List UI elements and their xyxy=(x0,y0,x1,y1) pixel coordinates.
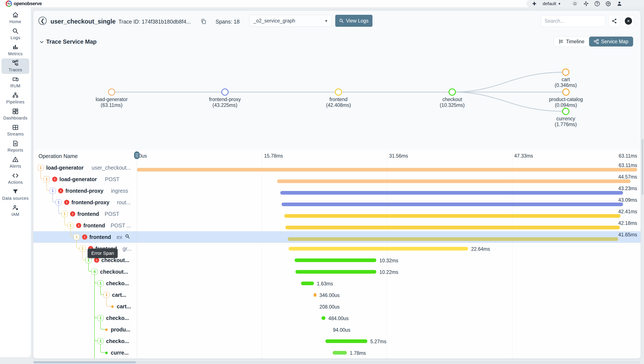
child-count-badge[interactable]: 1 xyxy=(98,315,104,321)
span-row-5[interactable]: 1!frontendPOST42.41ms xyxy=(33,208,640,220)
sparkle-icon[interactable] xyxy=(532,1,537,7)
duration-bar[interactable] xyxy=(322,316,326,320)
view-logs-button[interactable]: View Logs xyxy=(335,15,372,27)
trace-service-map-section-toggle[interactable]: Trace Service Map xyxy=(39,39,97,45)
duration-bar[interactable] xyxy=(286,226,620,229)
sidebar-item-alerts[interactable]: Alerts xyxy=(2,155,29,170)
search-input[interactable] xyxy=(544,18,602,24)
stream-selector[interactable]: _o2_service_graph ▼ xyxy=(249,15,332,27)
service-node-frontend-proxy[interactable] xyxy=(222,89,228,95)
service-node-load-generator[interactable] xyxy=(108,89,115,95)
child-count-badge[interactable]: 1 xyxy=(50,188,56,194)
profile-icon[interactable] xyxy=(617,1,622,7)
copy-icon[interactable] xyxy=(200,19,207,25)
child-count-badge[interactable]: 1 xyxy=(98,338,104,344)
duration-label: 42.41ms xyxy=(618,209,637,215)
duration-bar[interactable] xyxy=(295,258,376,262)
child-count-badge[interactable]: 1 xyxy=(38,165,44,171)
back-button[interactable]: ❮ xyxy=(38,17,46,25)
duration-bar[interactable] xyxy=(280,191,623,195)
sidebar-item-logs[interactable]: Logs xyxy=(2,26,29,42)
span-row-9[interactable]: 1!checkout...10.32ms xyxy=(33,254,640,266)
duration-bar[interactable] xyxy=(333,351,347,354)
sidebar-item-data-sources[interactable]: Data sources xyxy=(2,187,29,202)
span-row-8[interactable]: 1!frontendgr...22.64ms xyxy=(33,243,640,254)
horizontal-scrollbar[interactable] xyxy=(33,361,640,363)
duration-bar[interactable] xyxy=(289,247,468,251)
leaf-span-dot xyxy=(111,305,114,308)
service-node-product-catalog[interactable] xyxy=(563,89,569,95)
sidebar-item-rum[interactable]: RUM xyxy=(2,75,29,90)
child-count-badge[interactable]: 4 xyxy=(92,269,98,275)
span-row-7[interactable]: 1!frontendex41.65ms xyxy=(33,231,640,243)
span-row-15[interactable]: produ...94.00us xyxy=(33,324,640,335)
sidebar-item-streams[interactable]: Streams xyxy=(2,123,29,138)
sidebar-item-home[interactable]: Home xyxy=(2,10,29,26)
child-count-badge[interactable]: 1 xyxy=(56,199,62,205)
span-operation-name: POST xyxy=(105,208,119,220)
duration-label: 208.00us xyxy=(320,304,340,310)
service-node-currency[interactable] xyxy=(562,108,569,115)
child-count-badge[interactable]: 1 xyxy=(80,246,86,252)
org-selector[interactable]: default ▼ xyxy=(543,1,561,6)
span-row-14[interactable]: 1checko...484.00us xyxy=(33,312,640,324)
span-row-2[interactable]: 1!load-generatorPOST44.57ms xyxy=(33,173,640,185)
span-row-6[interactable]: 1!frontendPOST ...42.18ms xyxy=(33,220,640,231)
sidebar-item-actions[interactable]: Actions xyxy=(2,171,29,186)
span-row-1[interactable]: 1load-generatoruser_checkout...63.11ms xyxy=(33,162,640,173)
sidebar-item-traces[interactable]: Traces xyxy=(2,58,29,74)
child-count-badge[interactable]: 1 xyxy=(86,257,92,263)
timeline-toggle-button[interactable]: Timeline xyxy=(554,37,589,47)
duration-bar[interactable] xyxy=(326,339,367,343)
sidebar-item-reports[interactable]: Reports xyxy=(2,139,29,154)
duration-label: 10.32ms xyxy=(380,258,398,264)
horizontal-scrollbar-thumb[interactable] xyxy=(33,361,136,363)
vertical-scrollbar[interactable] xyxy=(642,139,644,358)
duration-bar[interactable] xyxy=(137,168,637,171)
child-count-badge[interactable]: 1 xyxy=(62,211,68,217)
span-row-13[interactable]: cart...208.00us xyxy=(33,301,640,312)
child-count-badge[interactable]: 1 xyxy=(98,280,104,286)
share-button[interactable] xyxy=(608,15,620,27)
duration-bar[interactable] xyxy=(296,270,376,274)
service-map-toggle-button[interactable]: Service Map xyxy=(589,37,633,47)
sidebar-item-dashboards[interactable]: Dashboards xyxy=(2,107,29,122)
help-icon[interactable] xyxy=(594,1,600,7)
sidebar-item-pipelines[interactable]: Pipelines xyxy=(2,91,29,106)
span-row-4[interactable]: 1!frontend-proxyrout...43.09ms xyxy=(33,197,640,208)
span-row-11[interactable]: 1checko...1.63ms xyxy=(33,277,640,289)
duration-bar[interactable] xyxy=(301,282,314,285)
sidebar-item-metrics[interactable]: Metrics xyxy=(2,42,29,58)
trace-search[interactable] xyxy=(541,15,606,27)
theme-icon[interactable] xyxy=(572,1,578,7)
column-resize-handle[interactable] xyxy=(134,151,140,159)
service-node-checkout[interactable] xyxy=(449,89,456,95)
duration-bar[interactable] xyxy=(277,179,630,183)
child-count-badge[interactable]: 1 xyxy=(44,176,50,182)
child-count-badge[interactable]: 1 xyxy=(68,223,74,229)
close-button[interactable]: ✕ xyxy=(622,15,634,27)
vertical-scrollbar-thumb[interactable] xyxy=(642,139,643,195)
duration-bar[interactable] xyxy=(284,214,620,218)
service-node-frontend[interactable] xyxy=(335,89,342,95)
span-row-12[interactable]: 1cart...346.00us xyxy=(33,289,640,301)
span-row-3[interactable]: 1!frontend-proxyingress43.23ms xyxy=(33,185,640,197)
column-divider[interactable] xyxy=(137,150,137,358)
span-row-17[interactable]: curre...1.78ms xyxy=(33,347,640,358)
span-row-names: 1!frontend-proxyrout... xyxy=(33,197,137,208)
span-operation-name: ingress xyxy=(111,185,128,197)
span-row-names: 1!frontend-proxyingress xyxy=(33,185,137,197)
axis-tick: 0us xyxy=(139,153,147,159)
child-count-badge[interactable]: 1 xyxy=(74,234,80,240)
span-row-16[interactable]: 1checko...5.27ms xyxy=(33,335,640,347)
settings-icon[interactable] xyxy=(606,1,611,7)
child-count-badge[interactable]: 1 xyxy=(104,292,110,298)
duration-bar[interactable] xyxy=(282,203,623,206)
service-node-cart[interactable] xyxy=(562,69,569,75)
duration-bar[interactable] xyxy=(288,237,618,241)
slack-icon[interactable] xyxy=(583,1,589,7)
duration-bar[interactable] xyxy=(314,293,316,297)
span-row-10[interactable]: 4checkout...10.22ms xyxy=(33,266,640,277)
sidebar-item-iam[interactable]: IAM xyxy=(2,203,29,218)
span-search-icon[interactable] xyxy=(125,234,130,240)
